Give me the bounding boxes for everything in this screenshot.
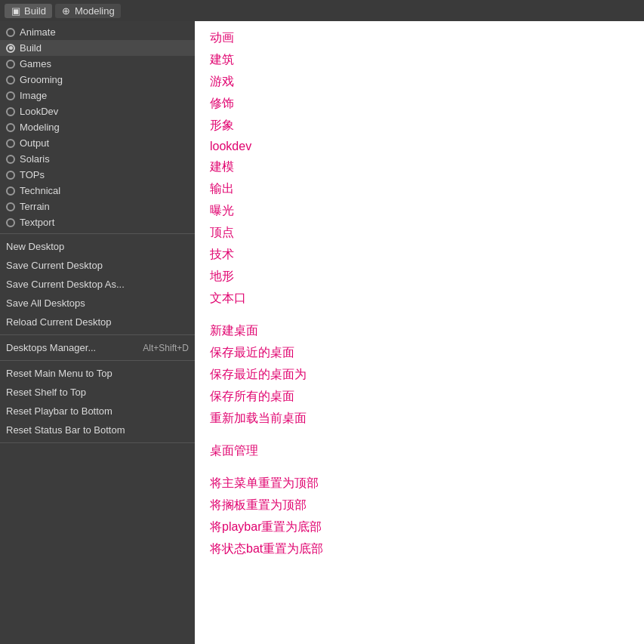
desktop-item-label-tops: TOPs bbox=[20, 169, 45, 180]
action-label-reload-current: Reload Current Desktop bbox=[6, 316, 111, 328]
translation-item: 建模 bbox=[210, 158, 629, 177]
desktop-item-label-output: Output bbox=[20, 137, 49, 149]
action-label-reset-shelf: Reset Shelf to Top bbox=[6, 387, 86, 398]
build-label: Build bbox=[24, 5, 46, 17]
action-label-new-desktop: New Desktop bbox=[6, 241, 64, 252]
desktop-item-tops[interactable]: TOPs bbox=[0, 167, 195, 183]
action-reset-shelf[interactable]: Reset Shelf to Top bbox=[0, 383, 195, 402]
build-tab[interactable]: ▣ Build bbox=[5, 4, 52, 18]
action-save-current-as[interactable]: Save Current Desktop As... bbox=[0, 275, 195, 294]
action-label-save-current-as: Save Current Desktop As... bbox=[6, 279, 125, 290]
radio-textport bbox=[6, 218, 15, 227]
action-label-save-all: Save All Desktops bbox=[6, 297, 85, 309]
translation-item: 文本口 bbox=[210, 289, 629, 308]
translation-item: 地形 bbox=[210, 267, 629, 286]
desktop-item-lookdev[interactable]: LookDev bbox=[0, 103, 195, 119]
radio-games bbox=[6, 60, 15, 69]
translation-item: lookdev bbox=[210, 138, 629, 155]
action-reset-statusbar[interactable]: Reset Status Bar to Bottom bbox=[0, 421, 195, 439]
action-save-current[interactable]: Save Current Desktop bbox=[0, 256, 195, 275]
translation-action: 保存最近的桌面 bbox=[210, 344, 629, 362]
action-label-save-current: Save Current Desktop bbox=[6, 260, 103, 271]
translation-action: 将状态bat重置为底部 bbox=[210, 540, 629, 559]
action-label-reset-statusbar: Reset Status Bar to Bottom bbox=[6, 424, 125, 436]
main-container: AnimateBuildGamesGroomingImageLookDevMod… bbox=[0, 21, 644, 644]
translation-item: 曝光 bbox=[210, 202, 629, 220]
build-icon: ▣ bbox=[11, 5, 21, 16]
radio-animate bbox=[6, 28, 15, 37]
translation-panel: 动画建筑游戏修饰形象lookdev建模输出曝光顶点技术地形文本口新建桌面保存最近… bbox=[195, 21, 644, 644]
desktop-item-label-modeling: Modeling bbox=[20, 122, 60, 133]
desktop-item-label-image: Image bbox=[20, 90, 47, 101]
action-label-reset-main-menu: Reset Main Menu to Top bbox=[6, 368, 112, 379]
menu-panel: AnimateBuildGamesGroomingImageLookDevMod… bbox=[0, 21, 195, 644]
action-reset-playbar[interactable]: Reset Playbar to Bottom bbox=[0, 402, 195, 421]
desktop-item-label-animate: Animate bbox=[20, 26, 56, 38]
radio-solaris bbox=[6, 155, 15, 164]
radio-lookdev bbox=[6, 107, 15, 116]
action-new-desktop[interactable]: New Desktop bbox=[0, 237, 195, 256]
translation-item: 动画 bbox=[210, 29, 629, 48]
desktop-item-label-build: Build bbox=[20, 42, 42, 54]
desktop-item-solaris[interactable]: Solaris bbox=[0, 151, 195, 167]
action-reload-current[interactable]: Reload Current Desktop bbox=[0, 313, 195, 331]
translation-action: 新建桌面 bbox=[210, 322, 629, 340]
action-save-all[interactable]: Save All Desktops bbox=[0, 294, 195, 313]
desktop-item-image[interactable]: Image bbox=[0, 88, 195, 103]
radio-grooming bbox=[6, 75, 15, 85]
desktop-item-grooming[interactable]: Grooming bbox=[0, 72, 195, 88]
desktop-item-label-technical: Technical bbox=[20, 185, 60, 196]
translation-item: 建筑 bbox=[210, 51, 629, 69]
top-bar: ▣ Build ⊕ Modeling bbox=[0, 0, 644, 21]
translation-item: 游戏 bbox=[210, 72, 629, 91]
actions-group2: Desktops Manager...Alt+Shift+D bbox=[0, 335, 195, 361]
actions-group3: Reset Main Menu to TopReset Shelf to Top… bbox=[0, 361, 195, 443]
desktop-item-label-games: Games bbox=[20, 58, 51, 69]
translation-action: 保存所有的桌面 bbox=[210, 387, 629, 406]
desktop-item-label-grooming: Grooming bbox=[20, 74, 63, 85]
translation-action: 重新加载当前桌面 bbox=[210, 409, 629, 428]
desktop-item-label-terrain: Terrain bbox=[20, 201, 50, 212]
desktop-item-modeling[interactable]: Modeling bbox=[0, 119, 195, 135]
translation-item: 输出 bbox=[210, 180, 629, 199]
radio-output bbox=[6, 139, 15, 148]
translation-action: 将playbar重置为底部 bbox=[210, 518, 629, 537]
desktop-item-label-lookdev: LookDev bbox=[20, 106, 58, 117]
translation-action: 将主菜单重置为顶部 bbox=[210, 474, 629, 493]
desktop-item-label-textport: Textport bbox=[20, 217, 54, 228]
modeling-tab[interactable]: ⊕ Modeling bbox=[55, 4, 121, 18]
translation-item: 技术 bbox=[210, 245, 629, 264]
translation-item: 顶点 bbox=[210, 223, 629, 242]
action-label-reset-playbar: Reset Playbar to Bottom bbox=[6, 405, 112, 417]
desktop-item-animate[interactable]: Animate bbox=[0, 24, 195, 40]
radio-image bbox=[6, 91, 15, 100]
actions-group1: New DesktopSave Current DesktopSave Curr… bbox=[0, 234, 195, 335]
translation-action: 保存最近的桌面为 bbox=[210, 365, 629, 384]
radio-technical bbox=[6, 186, 15, 196]
action-label-desktops-manager: Desktops Manager... bbox=[6, 342, 96, 353]
action-desktops-manager[interactable]: Desktops Manager...Alt+Shift+D bbox=[0, 338, 195, 357]
desktop-item-games[interactable]: Games bbox=[0, 56, 195, 72]
modeling-icon: ⊕ bbox=[61, 5, 72, 16]
desktop-item-label-solaris: Solaris bbox=[20, 153, 50, 165]
radio-modeling bbox=[6, 123, 15, 132]
translation-item: 形象 bbox=[210, 116, 629, 135]
action-reset-main-menu[interactable]: Reset Main Menu to Top bbox=[0, 364, 195, 383]
modeling-label: Modeling bbox=[75, 5, 115, 17]
desktop-items-section: AnimateBuildGamesGroomingImageLookDevMod… bbox=[0, 21, 195, 234]
translation-item: 修饰 bbox=[210, 94, 629, 113]
desktop-item-output[interactable]: Output bbox=[0, 135, 195, 151]
translation-action: 将搁板重置为顶部 bbox=[210, 496, 629, 515]
action-shortcut-desktops-manager: Alt+Shift+D bbox=[143, 343, 189, 353]
radio-terrain bbox=[6, 202, 15, 211]
radio-build bbox=[6, 44, 15, 53]
desktop-item-technical[interactable]: Technical bbox=[0, 183, 195, 199]
desktop-item-build[interactable]: Build bbox=[0, 40, 195, 56]
desktop-item-textport[interactable]: Textport bbox=[0, 214, 195, 230]
desktop-item-terrain[interactable]: Terrain bbox=[0, 199, 195, 214]
translation-action: 桌面管理 bbox=[210, 442, 629, 461]
radio-tops bbox=[6, 171, 15, 180]
